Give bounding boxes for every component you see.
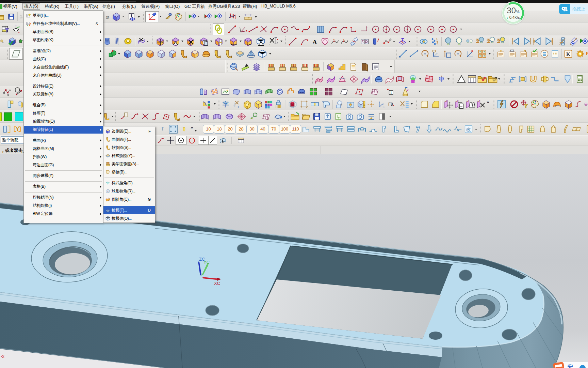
svg-text:改: 改 — [466, 127, 471, 132]
svg-text:安: 安 — [568, 364, 573, 368]
svg-text:字: 字 — [223, 101, 229, 108]
svg-text:i: i — [391, 91, 392, 94]
svg-text:XC: XC — [214, 281, 220, 286]
svg-text:K: K — [566, 51, 570, 57]
svg-text:F8: F8 — [388, 102, 393, 107]
svg-text:A: A — [312, 39, 317, 46]
svg-text:YC: YC — [203, 260, 210, 265]
svg-text:-x: -x — [1, 354, 4, 359]
svg-text:器: 器 — [105, 15, 110, 19]
